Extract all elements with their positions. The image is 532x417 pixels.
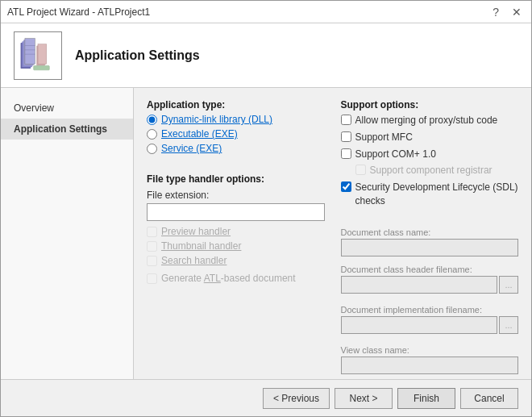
doc-impl-label: Document implementation filename: — [341, 305, 519, 315]
file-type-section: File type handler options: File extensio… — [147, 173, 325, 287]
radio-dll-input[interactable] — [147, 115, 157, 125]
title-bar-right: ? ✕ — [489, 6, 525, 18]
left-column: Application type: Dynamic-link library (… — [147, 99, 325, 368]
generate-atl-label: Generate ATL-based document — [161, 273, 296, 284]
generate-atl-checkbox[interactable] — [147, 273, 157, 284]
generate-atl-row: Generate ATL-based document — [147, 273, 325, 284]
help-button[interactable]: ? — [489, 6, 502, 18]
preview-handler-checkbox[interactable] — [147, 227, 157, 237]
right-column: Support options: Allow merging of proxy/… — [341, 99, 519, 368]
doc-class-name-input[interactable] — [341, 239, 519, 256]
radio-dll: Dynamic-link library (DLL) — [147, 114, 325, 125]
component-registrar-row: Support component registrar — [341, 164, 519, 177]
sdl-checkbox[interactable] — [341, 181, 351, 192]
sdl-label: Security Development Lifecycle (SDL) che… — [355, 181, 519, 208]
svg-rect-9 — [38, 44, 47, 64]
content-area: Overview Application Settings Applicatio… — [1, 88, 531, 379]
support-com-label: Support COM+ 1.0 — [355, 148, 436, 161]
file-extension-label: File extension: — [147, 190, 325, 201]
doc-header-row: Document class header filename: ... — [341, 265, 519, 297]
doc-header-browse-button[interactable]: ... — [499, 276, 518, 294]
atl-svg-icon — [18, 33, 58, 78]
support-com-row: Support COM+ 1.0 — [341, 148, 519, 161]
radio-exe-label: Executable (EXE) — [161, 128, 238, 140]
preview-handler-label: Preview handler — [161, 226, 231, 237]
view-class-name-row: View class name: — [341, 345, 519, 374]
doc-impl-input-row: ... — [341, 316, 519, 334]
component-registrar-label: Support component registrar — [370, 164, 493, 177]
wizard-window: ATL Project Wizard - ATLProject1 ? ✕ — [0, 0, 532, 417]
doc-header-input-row: ... — [341, 276, 519, 294]
window-title: ATL Project Wizard - ATLProject1 — [7, 6, 150, 18]
view-class-name-label: View class name: — [341, 345, 519, 355]
app-type-section: Application type: Dynamic-link library (… — [147, 99, 325, 161]
svg-rect-3 — [25, 38, 35, 64]
svg-rect-11 — [34, 65, 50, 69]
doc-impl-browse-button[interactable]: ... — [499, 316, 518, 334]
radio-exe: Executable (EXE) — [147, 128, 325, 140]
doc-class-name-row: Document class name: — [341, 227, 519, 256]
next-button[interactable]: Next > — [335, 388, 393, 409]
dll-link[interactable]: Dynamic-link library (DLL) — [161, 114, 272, 125]
thumbnail-handler-row: Thumbnail handler — [147, 240, 325, 252]
sidebar: Overview Application Settings — [1, 88, 134, 379]
thumbnail-handler-checkbox[interactable] — [147, 241, 157, 252]
main-content: Application type: Dynamic-link library (… — [134, 88, 531, 379]
thumbnail-handler-label: Thumbnail handler — [161, 240, 241, 252]
sdl-checks-row: Security Development Lifecycle (SDL) che… — [341, 181, 519, 208]
support-com-checkbox[interactable] — [341, 148, 351, 159]
app-type-radio-group: Dynamic-link library (DLL) Executable (E… — [147, 114, 325, 154]
support-mfc-checkbox[interactable] — [341, 131, 351, 142]
service-link[interactable]: Service (EXE) — [161, 143, 222, 154]
cancel-button[interactable]: Cancel — [460, 388, 518, 409]
thumbnail-link: Thumbnail handler — [161, 240, 241, 252]
merge-proxy-label: Allow merging of proxy/stub code — [355, 114, 498, 127]
sidebar-item-overview[interactable]: Overview — [1, 98, 133, 119]
merge-proxy-row: Allow merging of proxy/stub code — [341, 114, 519, 127]
close-button[interactable]: ✕ — [509, 6, 525, 18]
title-bar-left: ATL Project Wizard - ATLProject1 — [7, 6, 150, 18]
component-registrar-checkbox[interactable] — [355, 165, 366, 175]
search-handler-row: Search handler — [147, 255, 325, 266]
title-bar: ATL Project Wizard - ATLProject1 ? ✕ — [1, 1, 531, 23]
radio-service-label: Service (EXE) — [161, 143, 222, 154]
footer: < Previous Next > Finish Cancel — [1, 379, 531, 416]
search-handler-checkbox[interactable] — [147, 256, 157, 266]
search-handler-label: Search handler — [161, 255, 227, 266]
doc-impl-row: Document implementation filename: ... — [341, 305, 519, 337]
sidebar-item-app-settings-label: Application Settings — [14, 123, 107, 135]
view-class-name-input[interactable] — [341, 357, 519, 374]
file-extension-input[interactable] — [147, 203, 325, 221]
support-options-section: Support options: Allow merging of proxy/… — [341, 99, 519, 211]
finish-button[interactable]: Finish — [397, 388, 455, 409]
doc-header-input[interactable] — [341, 276, 498, 294]
header-section: Application Settings — [1, 23, 531, 88]
support-mfc-row: Support MFC — [341, 131, 519, 144]
header-title: Application Settings — [75, 48, 200, 63]
sidebar-item-overview-label: Overview — [14, 102, 54, 114]
preview-link: Preview handler — [161, 226, 231, 237]
app-type-label: Application type: — [147, 99, 325, 111]
doc-impl-input[interactable] — [341, 316, 498, 334]
file-type-section-label: File type handler options: — [147, 173, 325, 185]
support-mfc-label: Support MFC — [355, 131, 413, 144]
support-options-label: Support options: — [341, 99, 519, 111]
previous-button[interactable]: < Previous — [263, 388, 330, 409]
radio-service: Service (EXE) — [147, 143, 325, 154]
header-icon — [14, 31, 62, 80]
doc-class-name-label: Document class name: — [341, 227, 519, 237]
sidebar-item-app-settings[interactable]: Application Settings — [1, 119, 133, 140]
exe-link[interactable]: Executable (EXE) — [161, 128, 238, 140]
search-link: Search handler — [161, 255, 227, 266]
doc-header-label: Document class header filename: — [341, 265, 519, 274]
file-extension-row: File extension: — [147, 190, 325, 221]
radio-dll-label: Dynamic-link library (DLL) — [161, 114, 272, 125]
radio-service-input[interactable] — [147, 144, 157, 154]
radio-exe-input[interactable] — [147, 129, 157, 140]
merge-proxy-checkbox[interactable] — [341, 115, 351, 125]
preview-handler-row: Preview handler — [147, 226, 325, 237]
